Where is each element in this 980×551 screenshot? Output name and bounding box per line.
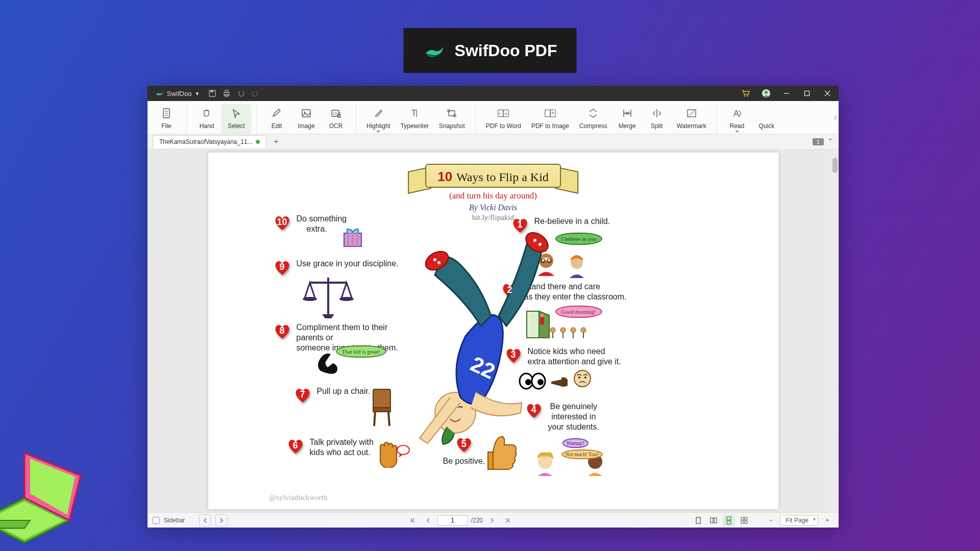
heart-icon: 6 — [286, 437, 305, 456]
vertical-scrollbar[interactable] — [831, 149, 839, 512]
svg-text:P: P — [499, 112, 501, 115]
banner-subtitle: (and turn his day around) — [425, 191, 561, 201]
print-quick-button[interactable] — [222, 89, 231, 98]
read-label: Read — [730, 122, 745, 130]
svg-rect-104 — [745, 521, 747, 523]
nav-back-button[interactable] — [199, 514, 211, 527]
swifdoo-small-logo-icon — [155, 89, 164, 98]
split-label: Split — [651, 122, 663, 130]
page-banner: 10 Ways to Flip a Kid (and turn his day … — [425, 164, 561, 222]
nav-forward-button[interactable] — [215, 514, 228, 527]
svg-point-13 — [765, 91, 768, 94]
undo-button[interactable] — [236, 89, 246, 98]
close-button[interactable] — [820, 86, 835, 101]
view-grid-button[interactable] — [738, 514, 750, 527]
view-two-page-button[interactable] — [707, 514, 720, 527]
ocr-button[interactable]: OCR OCR — [321, 104, 351, 134]
scrollbar-thumb[interactable] — [832, 158, 838, 173]
next-page-button[interactable] — [486, 514, 498, 527]
maximize-button[interactable] — [800, 86, 814, 101]
zoom-select[interactable]: Fit Page — [780, 515, 818, 525]
save-quick-button[interactable] — [208, 89, 217, 98]
tab-label: TheKamaSutraofVatsyayana_11... — [159, 138, 253, 145]
speech-that-kid: That kid is great! — [336, 345, 386, 358]
svg-line-58 — [388, 412, 389, 426]
svg-rect-56 — [373, 408, 390, 412]
prev-page-button[interactable] — [422, 514, 434, 527]
document-page: 10 Ways to Flip a Kid (and turn his day … — [208, 153, 778, 509]
svg-point-71 — [571, 328, 576, 333]
heart-icon: 10 — [273, 214, 291, 232]
tab-bar: TheKamaSutraofVatsyayana_11... ＋ 1 ⌃ — [148, 134, 839, 149]
swifdoo-logo-icon — [423, 39, 446, 62]
page-number-input[interactable] — [437, 515, 468, 525]
new-tab-button[interactable]: ＋ — [271, 136, 282, 147]
svg-point-11 — [747, 95, 749, 97]
heart-icon: 8 — [273, 322, 291, 341]
file-button[interactable]: File — [152, 104, 181, 134]
laptop-decoration — [0, 423, 102, 551]
view-single-button[interactable] — [692, 514, 704, 527]
svg-rect-100 — [727, 521, 731, 524]
edit-button[interactable]: Edit — [262, 104, 291, 134]
svg-point-83 — [584, 377, 586, 379]
speech-believe: I believe in you — [555, 233, 603, 245]
svg-rect-8 — [225, 90, 228, 92]
svg-point-72 — [581, 328, 586, 333]
image-button[interactable]: Image — [291, 104, 321, 134]
page-total-label: /220 — [471, 517, 483, 524]
quick-button[interactable]: Quick — [752, 104, 781, 134]
ocr-label: OCR — [329, 122, 343, 130]
hand-button[interactable]: Hand — [192, 104, 222, 134]
kids-row-icon — [548, 326, 594, 341]
svg-rect-6 — [210, 90, 213, 92]
zoom-out-button[interactable]: − — [765, 514, 777, 527]
last-page-button[interactable] — [501, 514, 513, 527]
gift-icon — [340, 224, 365, 249]
svg-point-10 — [744, 95, 746, 97]
collapse-toolbar-button[interactable]: ⌃ — [827, 137, 834, 146]
typewriter-button[interactable]: T Typewriter — [396, 104, 434, 134]
svg-point-92 — [533, 239, 536, 242]
svg-point-93 — [538, 243, 542, 246]
redo-button[interactable] — [251, 89, 260, 98]
select-button[interactable]: Select — [222, 104, 251, 134]
app-menu-button[interactable]: SwifDoo ▼ — [152, 88, 203, 99]
svg-rect-102 — [745, 517, 747, 520]
speech-not-much: Not much! You? — [561, 449, 603, 459]
banner-number: 10 — [437, 169, 452, 184]
svg-rect-99 — [727, 517, 731, 520]
highlight-button[interactable]: Highlight — [361, 104, 396, 134]
document-viewport[interactable]: 10 Ways to Flip a Kid (and turn his day … — [148, 149, 839, 512]
typewriter-label: Typewriter — [401, 122, 429, 130]
svg-rect-39 — [550, 110, 555, 117]
minimize-button[interactable] — [779, 86, 794, 101]
svg-rect-55 — [373, 389, 390, 408]
account-button[interactable] — [759, 86, 773, 101]
split-button[interactable]: Split — [642, 104, 672, 134]
hand-label: Hand — [200, 122, 214, 130]
sidebar-label: Sidebar — [164, 517, 185, 524]
document-tab[interactable]: TheKamaSutraofVatsyayana_11... — [153, 135, 266, 148]
zoom-in-button[interactable]: + — [821, 514, 834, 527]
view-continuous-button[interactable] — [723, 514, 735, 527]
watermark-button[interactable]: Watermark — [672, 104, 712, 134]
first-page-button[interactable] — [407, 514, 419, 527]
pdf-to-image-button[interactable]: PDF to Image — [526, 104, 574, 134]
svg-rect-101 — [741, 517, 744, 520]
svg-point-52 — [303, 297, 317, 301]
read-button[interactable]: A Read — [722, 104, 752, 134]
sidebar-checkbox[interactable] — [153, 517, 160, 524]
svg-point-53 — [339, 297, 354, 301]
speech-wassup: Wassup? — [562, 438, 589, 448]
app-menu-label: SwifDoo — [167, 90, 191, 97]
svg-rect-4 — [0, 520, 30, 528]
merge-button[interactable]: Merge — [612, 104, 642, 134]
cart-button[interactable] — [739, 86, 753, 101]
compress-button[interactable]: Compress — [574, 104, 612, 134]
pdf-to-word-button[interactable]: PW PDF to Word — [481, 104, 526, 134]
toolbar-overflow-button[interactable]: › — [834, 113, 837, 122]
snapshot-button[interactable]: Snapshot — [434, 104, 470, 134]
svg-point-90 — [433, 258, 436, 261]
svg-rect-28 — [375, 116, 378, 117]
